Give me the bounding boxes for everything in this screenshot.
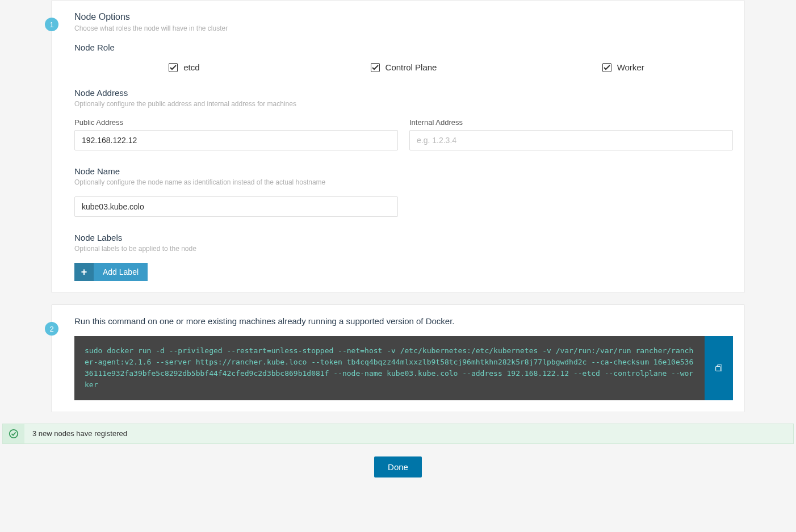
node-labels-desc: Optional labels to be applied to the nod… [74,245,733,253]
success-text: 3 new nodes have registered [24,424,793,443]
copy-button[interactable] [705,336,733,400]
node-name-desc: Optionally configure the node name as id… [74,178,733,186]
svg-rect-1 [716,367,720,371]
node-role-row: etcd Control Plane Worker [74,62,733,72]
public-address-input[interactable] [74,130,398,150]
success-banner: 3 new nodes have registered [2,424,794,444]
plus-icon: + [74,263,94,281]
run-command-desc: Run this command on one or more existing… [74,316,733,326]
role-controlplane[interactable]: Control Plane [294,62,514,72]
check-circle-icon [9,429,19,439]
internal-address-label: Internal Address [409,118,733,127]
node-options-title: Node Options [74,12,733,22]
role-controlplane-label: Control Plane [386,62,437,72]
command-code[interactable]: sudo docker run -d --privileged --restar… [74,336,705,400]
node-options-desc: Choose what roles the node will have in … [74,24,733,32]
role-etcd[interactable]: etcd [74,62,294,72]
run-command-card: 2 Run this command on one or more existi… [51,304,745,412]
role-worker[interactable]: Worker [513,62,733,72]
clipboard-icon [714,363,723,372]
add-label-button[interactable]: + Add Label [74,263,148,281]
add-label-text: Add Label [94,267,148,277]
checkbox-controlplane[interactable] [371,63,380,72]
svg-point-2 [10,429,18,437]
success-icon-wrap [3,424,24,443]
role-worker-label: Worker [617,62,644,72]
node-address-desc: Optionally configure the public address … [74,100,733,108]
internal-address-input[interactable] [409,130,733,150]
checkbox-worker[interactable] [602,63,611,72]
node-address-title: Node Address [74,88,733,98]
node-role-title: Node Role [74,43,733,52]
checkbox-etcd[interactable] [169,63,178,72]
node-name-input[interactable] [74,196,398,217]
done-button[interactable]: Done [374,456,422,477]
step-badge-2: 2 [45,322,58,336]
node-labels-title: Node Labels [74,233,733,242]
node-name-title: Node Name [74,166,733,176]
public-address-label: Public Address [74,118,398,127]
role-etcd-label: etcd [183,62,199,72]
node-options-card: 1 Node Options Choose what roles the nod… [51,0,745,293]
step-badge-1: 1 [45,18,58,31]
